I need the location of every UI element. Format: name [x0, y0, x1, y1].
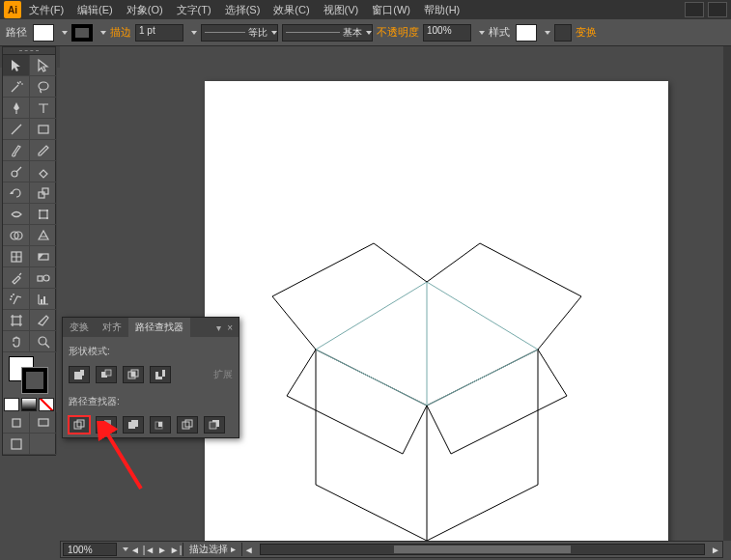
menu-effect[interactable]: 效果(C) [267, 3, 315, 17]
divide-button[interactable] [69, 416, 90, 434]
vertical-scrollbar[interactable] [723, 46, 731, 541]
last-artboard-button[interactable]: ►| [169, 543, 183, 556]
expand-label: 扩展 [213, 368, 233, 381]
shape-modes-label: 形状模式: [69, 346, 110, 356]
artboard-tool[interactable] [3, 310, 30, 331]
menu-view[interactable]: 视图(V) [318, 3, 365, 17]
screen-mode-icon[interactable] [30, 412, 57, 434]
canvas[interactable] [60, 46, 723, 541]
horizontal-scrollbar[interactable] [260, 544, 705, 555]
opacity-label[interactable]: 不透明度 [377, 25, 419, 40]
shape-builder-tool[interactable] [3, 225, 30, 246]
transform-label[interactable]: 变换 [576, 25, 597, 40]
menu-type[interactable]: 文字(T) [171, 3, 217, 17]
exclude-button[interactable] [150, 366, 171, 383]
chevron-down-icon[interactable] [479, 31, 485, 35]
style-swatch[interactable] [516, 24, 537, 42]
graph-tool[interactable] [30, 289, 57, 310]
svg-rect-3 [39, 192, 44, 198]
menu-select[interactable]: 选择(S) [219, 3, 267, 17]
opacity-field[interactable]: 100% [423, 24, 471, 42]
outline-button[interactable] [177, 416, 198, 434]
next-artboard-button[interactable]: ► [155, 543, 169, 556]
proportion-dropdown[interactable]: 等比 [201, 24, 278, 42]
rectangle-tool[interactable] [30, 119, 57, 140]
minus-front-button[interactable] [96, 366, 117, 383]
symbol-sprayer-tool[interactable] [3, 289, 30, 310]
minus-back-button[interactable] [204, 416, 225, 434]
free-transform-tool[interactable] [30, 204, 57, 225]
fill-swatch[interactable] [33, 24, 54, 42]
eraser-tool[interactable] [30, 161, 57, 182]
lasso-tool[interactable] [30, 76, 57, 98]
stroke-swatch[interactable] [71, 24, 93, 42]
perspective-tool[interactable] [30, 225, 57, 246]
blend-tool[interactable] [30, 267, 57, 289]
stroke-label[interactable]: 描边 [110, 25, 131, 40]
tab-transform[interactable]: 变换 [63, 318, 96, 337]
extra-mode-1[interactable] [3, 434, 30, 455]
brush-dropdown[interactable]: 基本 [282, 24, 373, 42]
first-artboard-button[interactable]: |◄ [142, 543, 155, 556]
menu-window[interactable]: 窗口(W) [366, 3, 416, 17]
trim-button[interactable] [96, 416, 117, 434]
prev-artboard-button[interactable]: ◄ [128, 543, 142, 556]
layout-icon-1[interactable] [685, 2, 704, 17]
blob-brush-tool[interactable] [3, 161, 30, 182]
color-mode-gradient[interactable] [21, 398, 37, 411]
chevron-down-icon[interactable] [191, 31, 197, 35]
panel-menu-icon[interactable]: ▾ [214, 322, 223, 333]
pencil-tool[interactable] [30, 140, 57, 161]
width-tool[interactable] [3, 204, 30, 225]
zoom-field[interactable]: 100% [63, 543, 117, 556]
magic-wand-tool[interactable] [3, 76, 30, 98]
menu-edit[interactable]: 编辑(E) [71, 3, 119, 17]
slice-tool[interactable] [30, 310, 57, 331]
stroke-color-icon[interactable] [22, 368, 47, 393]
align-icon[interactable] [554, 24, 572, 42]
extra-mode-2[interactable] [30, 434, 57, 455]
chevron-down-icon[interactable] [62, 31, 68, 35]
unite-button[interactable] [69, 366, 90, 383]
gradient-tool[interactable] [30, 246, 57, 267]
color-mode-none[interactable] [39, 398, 54, 411]
layout-icon-2[interactable] [708, 2, 727, 17]
stroke-weight-field[interactable]: 1 pt [135, 24, 183, 42]
pen-tool[interactable] [3, 98, 30, 119]
selection-tool[interactable] [3, 55, 30, 76]
chevron-down-icon[interactable] [100, 31, 106, 35]
line-tool[interactable] [3, 119, 30, 140]
rotate-tool[interactable] [3, 182, 30, 204]
box-artwork[interactable] [258, 156, 615, 541]
close-icon[interactable]: × [225, 322, 235, 333]
menu-file[interactable]: 文件(F) [23, 3, 70, 17]
svg-rect-5 [40, 210, 47, 218]
type-tool[interactable] [30, 98, 57, 119]
artboard[interactable] [205, 81, 668, 541]
fill-stroke-control[interactable] [3, 352, 55, 397]
scrollbar-thumb[interactable] [394, 546, 572, 553]
crop-button[interactable] [150, 416, 171, 434]
scroll-right-button[interactable]: ► [709, 543, 722, 556]
tab-align[interactable]: 对齐 [96, 318, 128, 337]
status-selection[interactable]: 描边选择 ▸ [183, 543, 242, 556]
menu-help[interactable]: 帮助(H) [418, 3, 465, 17]
mesh-tool[interactable] [3, 246, 30, 267]
hand-tool[interactable] [3, 331, 30, 352]
intersect-button[interactable] [123, 366, 144, 383]
svg-point-7 [46, 210, 48, 211]
menu-object[interactable]: 对象(O) [121, 3, 169, 17]
draw-mode-icon[interactable] [3, 412, 30, 434]
color-mode-solid[interactable] [4, 398, 19, 411]
toolbox-grip[interactable] [3, 47, 55, 55]
direct-selection-tool[interactable] [30, 55, 57, 76]
merge-button[interactable] [123, 416, 144, 434]
scroll-left-button[interactable]: ◄ [242, 543, 256, 556]
scale-tool[interactable] [30, 182, 57, 204]
eyedropper-tool[interactable] [3, 267, 30, 289]
shape-modes-row: 扩展 [63, 362, 239, 387]
chevron-down-icon[interactable] [545, 31, 550, 35]
paintbrush-tool[interactable] [3, 140, 30, 161]
tab-pathfinder[interactable]: 路径查找器 [128, 318, 190, 337]
zoom-tool[interactable] [30, 331, 57, 352]
